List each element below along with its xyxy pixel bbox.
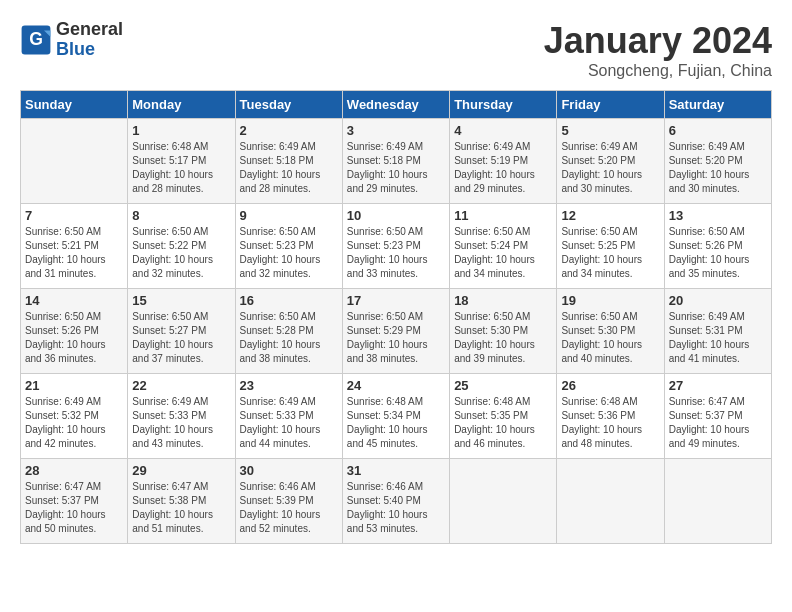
calendar-cell: 9Sunrise: 6:50 AM Sunset: 5:23 PM Daylig… <box>235 204 342 289</box>
day-number: 15 <box>132 293 230 308</box>
week-row-4: 21Sunrise: 6:49 AM Sunset: 5:32 PM Dayli… <box>21 374 772 459</box>
day-number: 7 <box>25 208 123 223</box>
day-number: 5 <box>561 123 659 138</box>
day-number: 12 <box>561 208 659 223</box>
day-info: Sunrise: 6:46 AM Sunset: 5:40 PM Dayligh… <box>347 480 445 536</box>
day-info: Sunrise: 6:48 AM Sunset: 5:17 PM Dayligh… <box>132 140 230 196</box>
logo: G General Blue <box>20 20 123 60</box>
calendar-cell: 21Sunrise: 6:49 AM Sunset: 5:32 PM Dayli… <box>21 374 128 459</box>
col-header-thursday: Thursday <box>450 91 557 119</box>
day-number: 25 <box>454 378 552 393</box>
day-number: 30 <box>240 463 338 478</box>
logo-line1: General <box>56 20 123 40</box>
calendar-cell: 25Sunrise: 6:48 AM Sunset: 5:35 PM Dayli… <box>450 374 557 459</box>
location-subtitle: Songcheng, Fujian, China <box>544 62 772 80</box>
calendar-cell: 14Sunrise: 6:50 AM Sunset: 5:26 PM Dayli… <box>21 289 128 374</box>
calendar-cell: 1Sunrise: 6:48 AM Sunset: 5:17 PM Daylig… <box>128 119 235 204</box>
logo-line2: Blue <box>56 40 123 60</box>
calendar-cell: 10Sunrise: 6:50 AM Sunset: 5:23 PM Dayli… <box>342 204 449 289</box>
day-info: Sunrise: 6:50 AM Sunset: 5:29 PM Dayligh… <box>347 310 445 366</box>
day-number: 8 <box>132 208 230 223</box>
calendar-cell: 7Sunrise: 6:50 AM Sunset: 5:21 PM Daylig… <box>21 204 128 289</box>
day-number: 26 <box>561 378 659 393</box>
calendar-cell: 24Sunrise: 6:48 AM Sunset: 5:34 PM Dayli… <box>342 374 449 459</box>
week-row-3: 14Sunrise: 6:50 AM Sunset: 5:26 PM Dayli… <box>21 289 772 374</box>
day-number: 20 <box>669 293 767 308</box>
day-info: Sunrise: 6:50 AM Sunset: 5:27 PM Dayligh… <box>132 310 230 366</box>
day-info: Sunrise: 6:49 AM Sunset: 5:32 PM Dayligh… <box>25 395 123 451</box>
day-info: Sunrise: 6:49 AM Sunset: 5:33 PM Dayligh… <box>240 395 338 451</box>
calendar-cell <box>450 459 557 544</box>
day-number: 2 <box>240 123 338 138</box>
month-title: January 2024 <box>544 20 772 62</box>
day-info: Sunrise: 6:47 AM Sunset: 5:38 PM Dayligh… <box>132 480 230 536</box>
calendar-cell: 19Sunrise: 6:50 AM Sunset: 5:30 PM Dayli… <box>557 289 664 374</box>
calendar-table: SundayMondayTuesdayWednesdayThursdayFrid… <box>20 90 772 544</box>
calendar-header-row: SundayMondayTuesdayWednesdayThursdayFrid… <box>21 91 772 119</box>
day-number: 24 <box>347 378 445 393</box>
calendar-body: 1Sunrise: 6:48 AM Sunset: 5:17 PM Daylig… <box>21 119 772 544</box>
calendar-cell: 8Sunrise: 6:50 AM Sunset: 5:22 PM Daylig… <box>128 204 235 289</box>
col-header-monday: Monday <box>128 91 235 119</box>
day-number: 31 <box>347 463 445 478</box>
calendar-cell: 16Sunrise: 6:50 AM Sunset: 5:28 PM Dayli… <box>235 289 342 374</box>
calendar-cell: 30Sunrise: 6:46 AM Sunset: 5:39 PM Dayli… <box>235 459 342 544</box>
day-info: Sunrise: 6:49 AM Sunset: 5:18 PM Dayligh… <box>347 140 445 196</box>
calendar-cell: 28Sunrise: 6:47 AM Sunset: 5:37 PM Dayli… <box>21 459 128 544</box>
title-area: January 2024 Songcheng, Fujian, China <box>544 20 772 80</box>
calendar-cell: 27Sunrise: 6:47 AM Sunset: 5:37 PM Dayli… <box>664 374 771 459</box>
day-number: 28 <box>25 463 123 478</box>
day-number: 13 <box>669 208 767 223</box>
day-number: 16 <box>240 293 338 308</box>
col-header-saturday: Saturday <box>664 91 771 119</box>
day-info: Sunrise: 6:48 AM Sunset: 5:35 PM Dayligh… <box>454 395 552 451</box>
header: G General Blue January 2024 Songcheng, F… <box>20 20 772 80</box>
day-info: Sunrise: 6:48 AM Sunset: 5:36 PM Dayligh… <box>561 395 659 451</box>
calendar-cell <box>664 459 771 544</box>
week-row-1: 1Sunrise: 6:48 AM Sunset: 5:17 PM Daylig… <box>21 119 772 204</box>
day-info: Sunrise: 6:50 AM Sunset: 5:26 PM Dayligh… <box>669 225 767 281</box>
day-info: Sunrise: 6:49 AM Sunset: 5:19 PM Dayligh… <box>454 140 552 196</box>
day-number: 17 <box>347 293 445 308</box>
calendar-cell: 15Sunrise: 6:50 AM Sunset: 5:27 PM Dayli… <box>128 289 235 374</box>
calendar-cell: 2Sunrise: 6:49 AM Sunset: 5:18 PM Daylig… <box>235 119 342 204</box>
day-number: 27 <box>669 378 767 393</box>
day-info: Sunrise: 6:48 AM Sunset: 5:34 PM Dayligh… <box>347 395 445 451</box>
col-header-friday: Friday <box>557 91 664 119</box>
day-info: Sunrise: 6:49 AM Sunset: 5:20 PM Dayligh… <box>669 140 767 196</box>
day-info: Sunrise: 6:50 AM Sunset: 5:26 PM Dayligh… <box>25 310 123 366</box>
day-number: 22 <box>132 378 230 393</box>
day-number: 29 <box>132 463 230 478</box>
svg-text:G: G <box>29 29 43 49</box>
calendar-cell: 29Sunrise: 6:47 AM Sunset: 5:38 PM Dayli… <box>128 459 235 544</box>
day-info: Sunrise: 6:50 AM Sunset: 5:30 PM Dayligh… <box>454 310 552 366</box>
week-row-5: 28Sunrise: 6:47 AM Sunset: 5:37 PM Dayli… <box>21 459 772 544</box>
day-info: Sunrise: 6:49 AM Sunset: 5:33 PM Dayligh… <box>132 395 230 451</box>
calendar-cell <box>21 119 128 204</box>
calendar-cell: 11Sunrise: 6:50 AM Sunset: 5:24 PM Dayli… <box>450 204 557 289</box>
day-info: Sunrise: 6:49 AM Sunset: 5:18 PM Dayligh… <box>240 140 338 196</box>
day-number: 1 <box>132 123 230 138</box>
day-number: 18 <box>454 293 552 308</box>
day-number: 19 <box>561 293 659 308</box>
day-number: 6 <box>669 123 767 138</box>
day-info: Sunrise: 6:49 AM Sunset: 5:20 PM Dayligh… <box>561 140 659 196</box>
col-header-sunday: Sunday <box>21 91 128 119</box>
day-number: 21 <box>25 378 123 393</box>
calendar-cell: 20Sunrise: 6:49 AM Sunset: 5:31 PM Dayli… <box>664 289 771 374</box>
day-info: Sunrise: 6:49 AM Sunset: 5:31 PM Dayligh… <box>669 310 767 366</box>
day-number: 9 <box>240 208 338 223</box>
day-number: 4 <box>454 123 552 138</box>
calendar-cell: 18Sunrise: 6:50 AM Sunset: 5:30 PM Dayli… <box>450 289 557 374</box>
calendar-cell: 12Sunrise: 6:50 AM Sunset: 5:25 PM Dayli… <box>557 204 664 289</box>
logo-icon: G <box>20 24 52 56</box>
calendar-cell <box>557 459 664 544</box>
calendar-cell: 17Sunrise: 6:50 AM Sunset: 5:29 PM Dayli… <box>342 289 449 374</box>
calendar-cell: 13Sunrise: 6:50 AM Sunset: 5:26 PM Dayli… <box>664 204 771 289</box>
day-info: Sunrise: 6:50 AM Sunset: 5:22 PM Dayligh… <box>132 225 230 281</box>
day-info: Sunrise: 6:50 AM Sunset: 5:21 PM Dayligh… <box>25 225 123 281</box>
calendar-cell: 23Sunrise: 6:49 AM Sunset: 5:33 PM Dayli… <box>235 374 342 459</box>
day-info: Sunrise: 6:50 AM Sunset: 5:30 PM Dayligh… <box>561 310 659 366</box>
calendar-cell: 3Sunrise: 6:49 AM Sunset: 5:18 PM Daylig… <box>342 119 449 204</box>
calendar-cell: 5Sunrise: 6:49 AM Sunset: 5:20 PM Daylig… <box>557 119 664 204</box>
